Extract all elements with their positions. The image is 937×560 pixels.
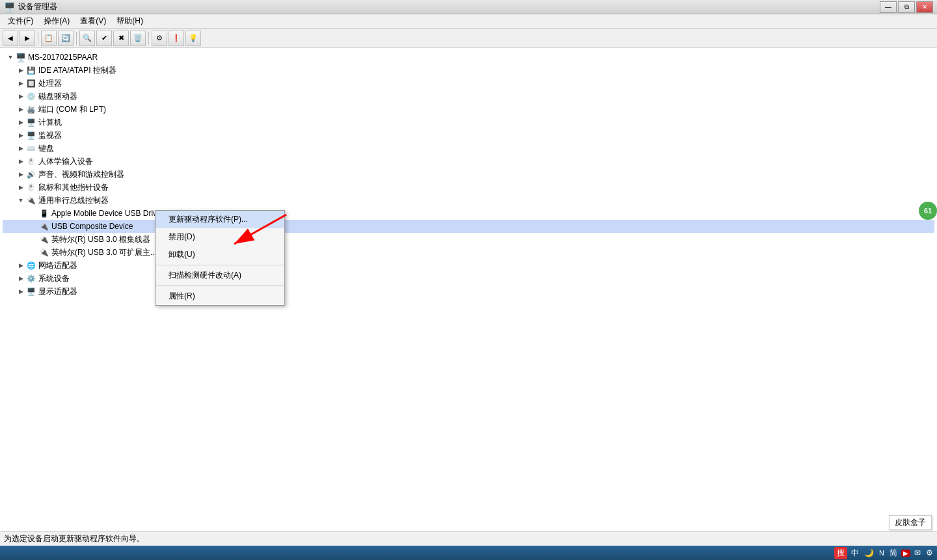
tree-item-system[interactable]: ▶ ⚙️ 系统设备 bbox=[3, 272, 934, 285]
hid-expand-icon[interactable]: ▶ bbox=[16, 156, 26, 167]
sound-expand-icon[interactable]: ▶ bbox=[16, 169, 26, 180]
close-button[interactable]: ✕ bbox=[916, 1, 933, 13]
root-computer-icon: 🖥️ bbox=[16, 52, 26, 62]
disk-expand-icon[interactable]: ▶ bbox=[16, 91, 26, 101]
toolbar-forward-button[interactable]: ▶ bbox=[20, 31, 35, 46]
properties-label: 属性(R) bbox=[169, 291, 195, 302]
root-expand-icon[interactable]: ▼ bbox=[5, 52, 16, 62]
context-menu-separator-2 bbox=[156, 286, 284, 286]
tree-item-monitor[interactable]: ▶ 🖥️ 监视器 bbox=[3, 129, 934, 142]
context-menu-item-properties[interactable]: 属性(R) bbox=[156, 287, 284, 305]
taskbar-icon-sogou[interactable]: 搜 bbox=[834, 547, 847, 559]
mouse-icon: 🖱️ bbox=[26, 182, 36, 193]
sound-icon: 🔊 bbox=[26, 169, 36, 180]
usb-icon: 🔌 bbox=[26, 195, 36, 206]
toolbar-back-button[interactable]: ◀ bbox=[3, 31, 18, 46]
cpu-expand-icon[interactable]: ▶ bbox=[16, 78, 26, 88]
toolbar-properties-button[interactable]: 📋 bbox=[41, 31, 57, 46]
tree-item-hid[interactable]: ▶ 🖱️ 人体学输入设备 bbox=[3, 155, 934, 168]
root-label: MS-20170215PAAR bbox=[28, 53, 98, 62]
toolbar-extra-button[interactable]: ⚙ bbox=[152, 31, 167, 46]
cpu-icon: 🔲 bbox=[26, 78, 36, 88]
intel-usb2-no-expand bbox=[29, 247, 39, 258]
toolbar-enable-button[interactable]: ✔ bbox=[96, 31, 112, 46]
skin-box-label: 皮肤盒子 bbox=[895, 518, 926, 527]
computer-expand-icon[interactable]: ▶ bbox=[16, 117, 26, 127]
toolbar-separator-2 bbox=[76, 32, 77, 45]
network-label: 网络适配器 bbox=[38, 260, 77, 271]
toolbar-disable-button[interactable]: ✖ bbox=[113, 31, 129, 46]
tree-item-display[interactable]: ▶ 🖥️ 显示适配器 bbox=[3, 285, 934, 298]
toolbar-uninstall-button[interactable]: 🗑️ bbox=[130, 31, 146, 46]
port-icon: 🖨️ bbox=[26, 104, 36, 114]
toolbar-extra2-button[interactable]: ❗ bbox=[169, 31, 184, 46]
tree-item-intel-usb[interactable]: 🔌 英特尔(R) USB 3.0 根集线器 bbox=[3, 233, 934, 246]
sound-label: 声音、视频和游戏控制器 bbox=[38, 169, 124, 180]
tree-item-sound[interactable]: ▶ 🔊 声音、视频和游戏控制器 bbox=[3, 168, 934, 181]
context-menu-item-disable[interactable]: 禁用(D) bbox=[156, 228, 284, 246]
minimize-button[interactable]: — bbox=[880, 1, 897, 13]
network-expand-icon[interactable]: ▶ bbox=[16, 260, 26, 271]
apple-usb-label: Apple Mobile Device USB Driver bbox=[51, 209, 164, 218]
taskbar-icon-jian[interactable]: 简 bbox=[888, 548, 899, 559]
intel-usb-label: 英特尔(R) USB 3.0 根集线器 bbox=[51, 234, 150, 245]
disk-icon: 💿 bbox=[26, 91, 36, 101]
mouse-expand-icon[interactable]: ▶ bbox=[16, 182, 26, 193]
taskbar-icon-settings[interactable]: ⚙ bbox=[925, 548, 934, 557]
port-expand-icon[interactable]: ▶ bbox=[16, 104, 26, 114]
system-expand-icon[interactable]: ▶ bbox=[16, 273, 26, 284]
ide-expand-icon[interactable]: ▶ bbox=[16, 65, 26, 75]
menu-action[interactable]: 操作(A) bbox=[38, 14, 75, 28]
usb-composite-icon: 🔌 bbox=[39, 221, 49, 232]
taskbar-icon-mail[interactable]: ✉ bbox=[913, 548, 922, 557]
mouse-label: 鼠标和其他指针设备 bbox=[38, 182, 109, 193]
toolbar-update-button[interactable]: 🔄 bbox=[58, 31, 74, 46]
intel-usb-icon: 🔌 bbox=[39, 234, 49, 245]
intel-usb2-label: 英特尔(R) USB 3.0 可扩展主... bbox=[51, 247, 157, 258]
tree-item-apple-usb[interactable]: 📱 Apple Mobile Device USB Driver bbox=[3, 207, 934, 220]
main-content: ▼ 🖥️ MS-20170215PAAR ▶ 💾 IDE ATA/ATAPI 控… bbox=[0, 48, 937, 546]
tree-item-computer[interactable]: ▶ 🖥️ 计算机 bbox=[3, 116, 934, 129]
context-menu: 更新驱动程序软件(P)... 禁用(D) 卸载(U) 扫描检测硬件改动(A) 属… bbox=[155, 210, 285, 306]
keyboard-label: 键盘 bbox=[38, 143, 54, 154]
toolbar-scan-button[interactable]: 🔍 bbox=[79, 31, 95, 46]
tree-item-usb[interactable]: ▼ 🔌 通用串行总线控制器 bbox=[3, 194, 934, 207]
tree-item-disk[interactable]: ▶ 💿 磁盘驱动器 bbox=[3, 90, 934, 103]
context-menu-item-uninstall[interactable]: 卸载(U) bbox=[156, 246, 284, 263]
context-menu-item-scan[interactable]: 扫描检测硬件改动(A) bbox=[156, 267, 284, 284]
taskbar-icon-n[interactable]: N bbox=[878, 549, 886, 557]
tree-item-mouse[interactable]: ▶ 🖱️ 鼠标和其他指针设备 bbox=[3, 181, 934, 194]
taskbar-icon-yt[interactable]: ▶ bbox=[901, 550, 910, 557]
title-bar-left: 🖥️ 设备管理器 bbox=[4, 1, 57, 12]
intel-usb2-icon: 🔌 bbox=[39, 247, 49, 258]
computer-icon: 🖥️ bbox=[26, 117, 36, 127]
menu-file[interactable]: 文件(F) bbox=[3, 14, 38, 28]
tree-item-cpu[interactable]: ▶ 🔲 处理器 bbox=[3, 77, 934, 90]
tree-item-keyboard[interactable]: ▶ ⌨️ 键盘 bbox=[3, 142, 934, 155]
usb-expand-icon[interactable]: ▼ bbox=[16, 195, 26, 206]
status-bar: 为选定设备启动更新驱动程序软件向导。 bbox=[0, 531, 937, 546]
monitor-expand-icon[interactable]: ▶ bbox=[16, 130, 26, 140]
tree-item-intel-usb2[interactable]: 🔌 英特尔(R) USB 3.0 可扩展主... bbox=[3, 246, 934, 259]
computer-label: 计算机 bbox=[38, 117, 62, 128]
tree-item-port[interactable]: ▶ 🖨️ 端口 (COM 和 LPT) bbox=[3, 103, 934, 116]
skin-box[interactable]: 皮肤盒子 bbox=[889, 515, 932, 530]
tree-item-ide[interactable]: ▶ 💾 IDE ATA/ATAPI 控制器 bbox=[3, 64, 934, 77]
context-menu-item-update[interactable]: 更新驱动程序软件(P)... bbox=[156, 211, 284, 228]
green-badge: 61 bbox=[919, 202, 937, 220]
menu-help[interactable]: 帮助(H) bbox=[111, 14, 148, 28]
menu-view[interactable]: 查看(V) bbox=[75, 14, 111, 28]
system-label: 系统设备 bbox=[38, 273, 70, 284]
tree-item-network[interactable]: ▶ 🌐 网络适配器 bbox=[3, 259, 934, 272]
keyboard-expand-icon[interactable]: ▶ bbox=[16, 143, 26, 153]
tree-item-usb-composite[interactable]: 🔌 USB Composite Device bbox=[3, 220, 934, 233]
display-expand-icon[interactable]: ▶ bbox=[16, 286, 26, 297]
hid-label: 人体学输入设备 bbox=[38, 156, 93, 167]
restore-button[interactable]: ⧉ bbox=[898, 1, 915, 13]
tree-root[interactable]: ▼ 🖥️ MS-20170215PAAR bbox=[3, 51, 934, 64]
taskbar-icon-moon[interactable]: 🌙 bbox=[863, 548, 875, 557]
status-text: 为选定设备启动更新驱动程序软件向导。 bbox=[4, 533, 144, 544]
toolbar-separator-3 bbox=[148, 32, 149, 45]
toolbar-extra3-button[interactable]: 💡 bbox=[185, 31, 201, 46]
taskbar-icon-zh[interactable]: 中 bbox=[850, 548, 860, 559]
